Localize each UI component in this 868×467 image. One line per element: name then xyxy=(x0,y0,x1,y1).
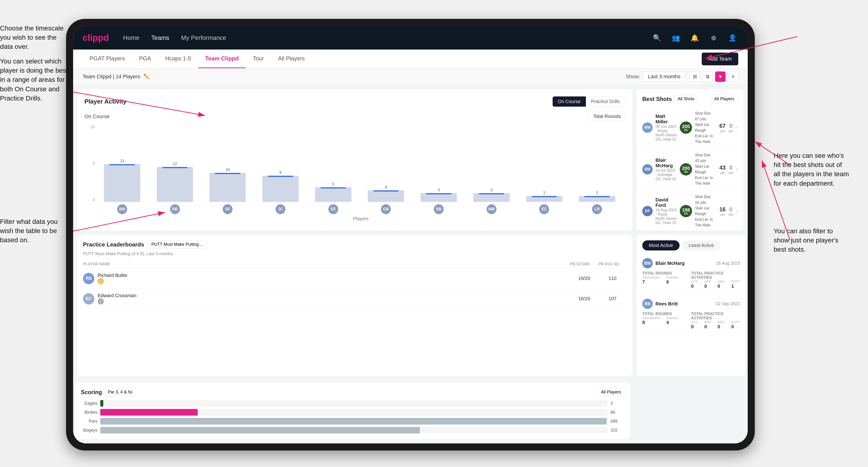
scoring-bar-fill xyxy=(100,400,103,407)
annotation-left-bottom: Filter what data you wish the table to b… xyxy=(0,217,66,245)
player-avatar[interactable]: JC xyxy=(276,204,285,214)
active-player-card[interactable]: RB Rees Britt 02 Sep 2023 Total Rounds T… xyxy=(642,295,740,335)
shots-filter-dropdown[interactable]: All Shots xyxy=(674,95,698,103)
toggle-practice[interactable]: Practice Drills xyxy=(586,96,625,106)
putt-stat: PUTT 0 xyxy=(731,320,740,330)
bar[interactable] xyxy=(473,193,510,202)
edit-icon[interactable]: ✏️ xyxy=(144,73,150,80)
shot-stat-zero-label: yds xyxy=(728,213,733,216)
tab-all-players[interactable]: All Players xyxy=(271,50,312,68)
bar[interactable] xyxy=(210,173,246,202)
bar[interactable] xyxy=(579,196,615,202)
tab-team-clippd[interactable]: Team Clippd xyxy=(198,50,246,68)
list-view-icon[interactable]: ≡ xyxy=(728,71,738,82)
bar[interactable] xyxy=(157,167,193,202)
active-header: Most Active Least Active xyxy=(642,240,740,250)
y-label-5: 5 xyxy=(85,161,96,165)
total-practice-label: Total Practice Activities xyxy=(691,271,740,280)
player-avatar[interactable]: RB xyxy=(434,204,444,214)
shot-card[interactable]: MM Matt Miller 09 Jun 2023 · Royal North… xyxy=(642,107,738,149)
bar[interactable] xyxy=(526,196,563,202)
bar[interactable] xyxy=(421,193,457,202)
players-filter-dropdown[interactable]: All Players xyxy=(711,95,738,103)
scoring-players-dropdown[interactable]: All Players xyxy=(597,388,625,396)
active-stats-row: Total Rounds Tournament 8 Practice 4 Tot… xyxy=(642,312,740,330)
least-active-tab[interactable]: Least Active xyxy=(682,240,720,250)
player-avatar[interactable]: GB xyxy=(381,204,391,214)
player-avatar[interactable]: EE xyxy=(328,204,338,214)
practice-drill-dropdown[interactable]: PUTT Must Make Putting ... xyxy=(148,240,207,249)
shot-details: Shot Dist: 16 yds Start Lie: Rough End L… xyxy=(695,194,716,228)
shot-end-lie: End Lie: In The Hole xyxy=(695,175,716,186)
shot-player-name: Matt Miller xyxy=(655,114,677,125)
active-player-card[interactable]: BM Blair McHarg 26 Aug 2023 Total Rounds… xyxy=(642,254,740,295)
shot-stat-carry: 0 yds xyxy=(728,206,733,216)
scoring-par-dropdown[interactable]: Par 3, 4 & 5s xyxy=(104,388,136,396)
tab-pga[interactable]: PGA xyxy=(132,50,158,68)
shot-chevron-icon[interactable]: › xyxy=(736,125,738,131)
show-label: Show: xyxy=(626,73,640,80)
shot-badge: 200 SG xyxy=(680,163,692,176)
people-icon[interactable]: 👥 xyxy=(670,32,682,44)
player-avatar[interactable]: RB xyxy=(170,204,180,214)
shot-card[interactable]: DF David Ford 24 Aug 2023 · Royal North … xyxy=(642,190,738,230)
toggle-on-course[interactable]: On Course xyxy=(553,96,586,106)
shot-card[interactable]: BM Blair McHarg 23 Jul 2023 · Ashridge G… xyxy=(642,149,738,190)
bar-group: 10 xyxy=(202,168,253,202)
toggle-group: On Course Practice Drills xyxy=(552,96,625,107)
table-view-icon[interactable]: ≣ xyxy=(703,71,713,82)
shot-chevron-icon[interactable]: › xyxy=(736,208,738,214)
player-avatar[interactable]: DF xyxy=(223,204,232,214)
practice-row[interactable]: RB Richard Butler 1 19/20 110 xyxy=(83,269,627,289)
shot-details: Shot Dist: 67 yds Start Lie: Rough End L… xyxy=(695,111,716,145)
team-label: Team Clippd | 14 Players xyxy=(83,73,140,80)
tab-hcaps[interactable]: Hcaps 1-5 xyxy=(158,50,198,68)
player-avatar[interactable]: EC xyxy=(539,204,549,214)
nav-link-teams[interactable]: Teams xyxy=(151,34,169,41)
bell-icon[interactable]: 🔔 xyxy=(689,32,701,44)
metric-dropdown[interactable]: Total Rounds xyxy=(589,112,625,121)
player-avatar[interactable]: LR xyxy=(592,204,602,214)
shot-player-info: David Ford 24 Aug 2023 · Royal North Dev… xyxy=(655,197,677,225)
player-avatar[interactable]: BM xyxy=(117,204,127,214)
shot-start-lie: Start Lie: Rough xyxy=(695,122,716,133)
gtt-value: 0 xyxy=(691,283,698,289)
tab-tour[interactable]: Tour xyxy=(246,50,271,68)
nav-link-performance[interactable]: My Performance xyxy=(181,34,226,41)
avatar-icon[interactable]: 👤 xyxy=(726,32,738,44)
shot-stat-value: 67 xyxy=(719,123,726,129)
rounds-section: Total Rounds Tournament 8 Practice 4 xyxy=(642,312,689,330)
player-avatar[interactable]: MM xyxy=(487,204,497,214)
add-team-button[interactable]: Add Team xyxy=(702,53,738,65)
scoring-bar-fill xyxy=(100,418,607,425)
shot-badge-label: SG xyxy=(684,170,688,173)
add-icon[interactable]: ⊕ xyxy=(708,32,719,44)
most-active-tab[interactable]: Most Active xyxy=(642,240,680,250)
practice-subtitle: PUTT Must Make Putting (3-6 ft), Last 3 … xyxy=(83,251,627,256)
grid-view-icon[interactable]: ⊞ xyxy=(690,71,700,82)
practice-label: Practice xyxy=(666,276,678,279)
nav-links: Home Teams My Performance xyxy=(123,34,651,41)
nav-logo: clippd xyxy=(83,33,109,43)
toolbar: Team Clippd | 14 Players ✏️ Show: Last 3… xyxy=(73,68,748,85)
bar[interactable] xyxy=(262,176,299,202)
main-content: Player Activity On Course Practice Drill… xyxy=(73,85,748,443)
scoring-bar-track xyxy=(100,427,608,434)
search-icon[interactable]: 🔍 xyxy=(651,32,663,44)
gtt-stat: GTT 0 xyxy=(691,280,698,289)
scoring-bar-label: Pars xyxy=(81,419,97,424)
card-view-icon[interactable]: ♥ xyxy=(715,71,725,82)
nav-link-home[interactable]: Home xyxy=(123,34,140,41)
app-label: APP xyxy=(704,280,711,283)
tab-pgat-players[interactable]: PGAT Players xyxy=(83,50,132,68)
time-period-dropdown[interactable]: Last 3 months xyxy=(644,71,685,82)
active-player-date: 02 Sep 2023 xyxy=(716,302,740,306)
scoring-bar-track xyxy=(100,400,608,407)
bar[interactable] xyxy=(104,164,140,202)
navbar: clippd Home Teams My Performance 🔍 👥 🔔 ⊕… xyxy=(73,26,748,50)
practice-row[interactable]: EC Edward Crossman 2 18/20 107 xyxy=(83,289,627,309)
bar[interactable] xyxy=(368,190,404,202)
bar[interactable] xyxy=(315,187,351,202)
tournament-label: Tournament xyxy=(642,276,660,279)
shot-chevron-icon[interactable]: › xyxy=(736,166,738,173)
